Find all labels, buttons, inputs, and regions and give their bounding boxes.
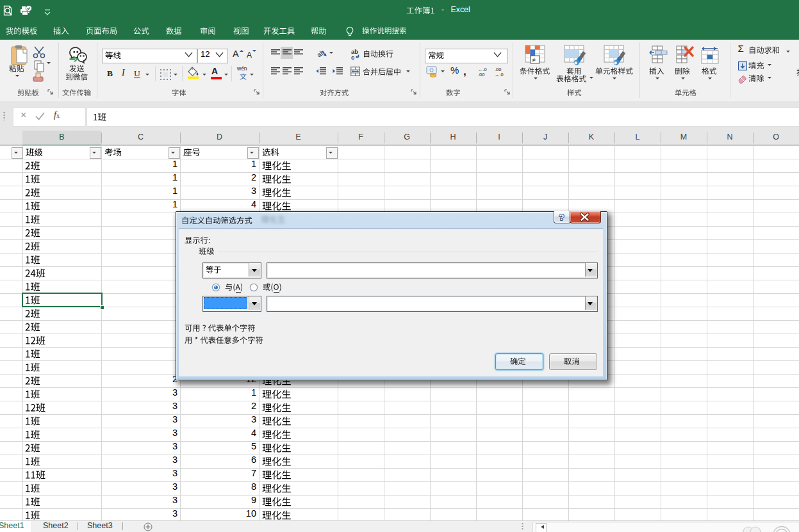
svg-text:c: c [351, 54, 354, 61]
svg-text:→.0: →.0 [495, 72, 504, 77]
svg-text:≠: ≠ [532, 56, 536, 63]
svg-text:?: ? [559, 213, 564, 222]
svg-text:.00: .00 [478, 72, 484, 77]
